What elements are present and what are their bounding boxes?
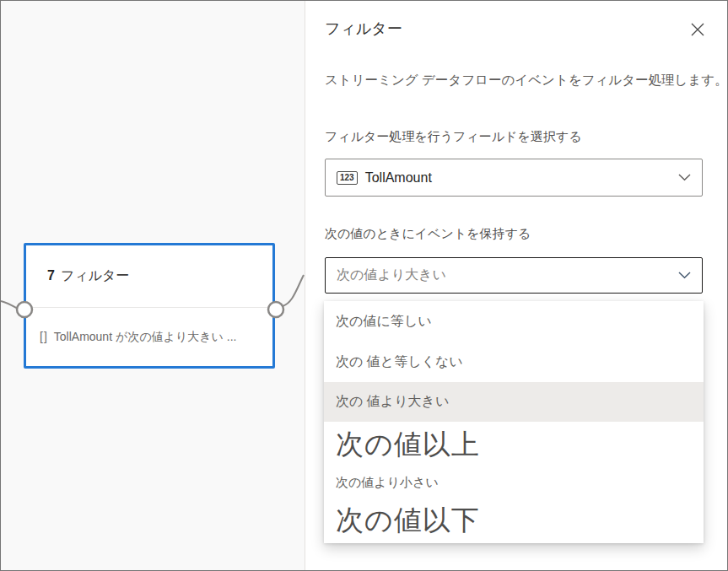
numeric-type-icon: 123 xyxy=(337,171,358,185)
operator-picker-value: 次の値より大きい xyxy=(337,267,678,284)
filter-node[interactable]: 7フィルター []TollAmount が次の値より大きい ... xyxy=(24,243,275,369)
chevron-down-icon xyxy=(678,174,691,181)
node-summary-text: TollAmount が次の値より大きい ... xyxy=(54,330,237,343)
node-divider xyxy=(28,307,271,308)
field-type-glyph: [] xyxy=(40,330,48,343)
filter-settings-panel: フィルター ストリーミング データフローのイベントをフィルター処理します。 フィ… xyxy=(305,1,728,570)
close-panel-button[interactable] xyxy=(686,18,709,41)
option-not-equals[interactable]: 次の 値と等しくない xyxy=(324,342,704,382)
filter-node-title: 7フィルター xyxy=(47,267,129,285)
incoming-wire xyxy=(1,301,18,309)
operator-options-listbox: 次の値に等しい 次の 値と等しくない 次の 値より大きい 次の値以上 次の値より… xyxy=(324,301,704,543)
panel-description: ストリーミング データフローのイベントをフィルター処理します。 xyxy=(325,72,725,89)
option-less-than[interactable]: 次の値より小さい xyxy=(324,467,704,498)
operator-picker-dropdown[interactable]: 次の値より大きい xyxy=(325,257,703,294)
panel-title: フィルター xyxy=(325,19,402,39)
option-greater-than[interactable]: 次の 値より大きい xyxy=(324,382,704,422)
option-less-or-equal[interactable]: 次の値以下 xyxy=(324,498,704,543)
node-step-number: 7 xyxy=(47,268,55,283)
close-icon xyxy=(689,21,706,38)
app-window: 7フィルター []TollAmount が次の値より大きい ... フィルター … xyxy=(0,0,728,571)
option-greater-or-equal[interactable]: 次の値以上 xyxy=(324,422,704,467)
diagram-canvas[interactable]: 7フィルター []TollAmount が次の値より大きい ... xyxy=(1,1,305,570)
node-summary: []TollAmount が次の値より大きい ... xyxy=(40,330,236,345)
option-equals[interactable]: 次の値に等しい xyxy=(324,301,704,342)
outgoing-wire xyxy=(283,275,304,306)
field-picker-label: フィルター処理を行うフィールドを選択する xyxy=(325,129,582,145)
node-title-label: フィルター xyxy=(61,268,130,283)
field-picker-value: TollAmount xyxy=(365,170,678,186)
operator-picker-label: 次の値のときにイベントを保持する xyxy=(325,226,531,242)
field-picker-dropdown[interactable]: 123 TollAmount xyxy=(325,159,703,197)
chevron-down-icon xyxy=(678,272,691,279)
